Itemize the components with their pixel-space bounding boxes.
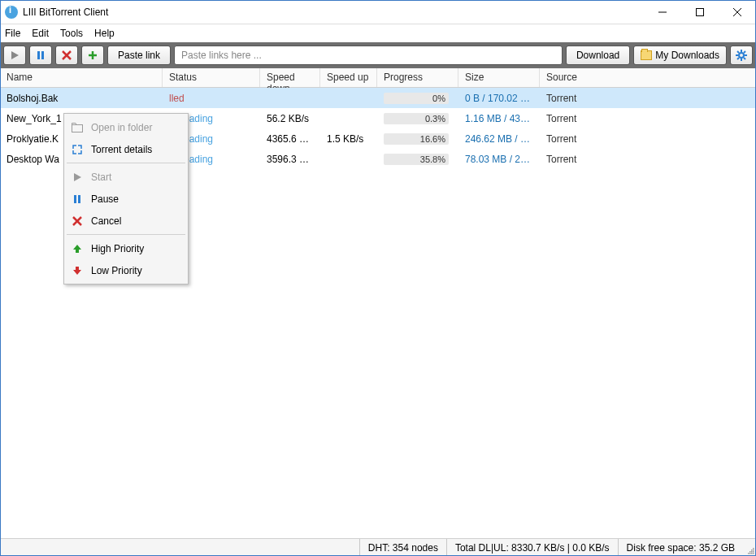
ctx-label: Start (91, 172, 111, 183)
svg-rect-5 (37, 51, 40, 59)
download-button[interactable]: Download (566, 46, 630, 65)
svg-rect-28 (753, 548, 754, 549)
svg-rect-34 (748, 553, 749, 554)
svg-rect-35 (749, 553, 751, 554)
ctx-torrent-details[interactable]: Torrent details (65, 138, 187, 160)
arrow-down-icon (72, 266, 83, 276)
cell-progress: 16.6% (377, 132, 458, 145)
col-size[interactable]: Size (458, 68, 540, 87)
menu-help[interactable]: Help (94, 28, 115, 39)
start-button[interactable] (3, 46, 26, 65)
col-progress[interactable]: Progress (377, 68, 458, 87)
cell-source: Torrent (540, 113, 756, 124)
play-icon (72, 172, 83, 182)
cell-status: lled (163, 93, 260, 104)
svg-rect-33 (753, 551, 754, 553)
cell-progress: 0% (377, 92, 458, 104)
svg-rect-29 (751, 549, 753, 551)
col-speed-up[interactable]: Speed up (320, 68, 377, 87)
expand-icon (72, 145, 83, 154)
menu-edit[interactable]: Edit (32, 28, 49, 39)
separator (67, 163, 185, 163)
menu-file[interactable]: File (5, 28, 20, 39)
svg-line-19 (737, 58, 739, 59)
svg-marker-26 (73, 245, 81, 253)
cell-source: Torrent (540, 133, 756, 145)
cell-progress: 35.8% (377, 153, 458, 165)
paste-link-label: Paste link (118, 50, 160, 61)
add-button[interactable] (81, 46, 104, 65)
maximize-button[interactable] (681, 0, 719, 24)
cancel-icon (72, 216, 83, 226)
cell-name: Bolshoj.Bak (0, 93, 163, 104)
ctx-label: Open in folder (91, 122, 152, 133)
minimize-button[interactable] (644, 0, 681, 24)
toolbar: Paste link Paste links here ... Download… (0, 42, 756, 68)
ctx-open-in-folder[interactable]: Open in folder (65, 116, 187, 138)
cell-size: 246.62 MB / 1.4... (458, 133, 540, 145)
cell-speed-down: 56.2 KB/s (260, 113, 320, 124)
cell-size: 78.03 MB / 218... (458, 154, 540, 165)
col-name[interactable]: Name (0, 68, 163, 87)
statusbar: DHT: 354 nodes Total DL|UL: 8330.7 KB/s … (0, 538, 756, 556)
cancel-button[interactable] (55, 46, 78, 65)
folder-open-icon (72, 123, 83, 132)
ctx-cancel[interactable]: Cancel (65, 210, 187, 232)
svg-marker-4 (11, 51, 19, 59)
cell-speed-down: 4365.6 KB/s (260, 133, 320, 145)
cell-speed-down: 3596.3 KB/s (260, 154, 320, 165)
arrow-up-icon (72, 244, 83, 254)
svg-rect-32 (751, 551, 753, 553)
svg-line-16 (737, 51, 739, 53)
ctx-label: Torrent details (91, 144, 152, 155)
status-disk: Disk free space: 35.2 GB (618, 539, 743, 556)
status-dlul: Total DL|UL: 8330.7 KB/s | 0.0 KB/s (446, 539, 618, 556)
ctx-high-priority[interactable]: High Priority (65, 237, 187, 259)
svg-point-11 (739, 53, 744, 58)
resize-grip[interactable] (743, 539, 756, 556)
ctx-start[interactable]: Start (65, 166, 187, 188)
cell-source: Torrent (540, 154, 756, 165)
ctx-pause[interactable]: Pause (65, 188, 187, 210)
settings-button[interactable] (730, 46, 753, 65)
svg-marker-21 (74, 173, 81, 181)
pause-button[interactable] (29, 46, 52, 65)
ctx-label: Pause (91, 193, 119, 205)
cell-size: 0 B / 170.02 MB (458, 93, 540, 104)
ctx-low-priority[interactable]: Low Priority (65, 259, 187, 281)
my-downloads-label: My Downloads (655, 50, 719, 61)
gear-icon (736, 50, 747, 61)
col-speed-down[interactable]: Speed down (260, 68, 320, 87)
pause-icon (72, 194, 83, 204)
context-menu: Open in folder Torrent details Start Pau… (63, 113, 189, 285)
download-label: Download (576, 50, 619, 61)
ctx-label: High Priority (91, 243, 144, 254)
col-source[interactable]: Source (540, 68, 756, 87)
menubar: File Edit Tools Help (0, 24, 756, 42)
col-status[interactable]: Status (163, 68, 260, 87)
svg-rect-37 (753, 553, 754, 554)
svg-rect-20 (72, 124, 83, 132)
svg-rect-36 (751, 553, 753, 554)
cell-progress: 0.3% (377, 112, 458, 124)
cell-source: Torrent (540, 93, 756, 104)
ctx-label: Low Priority (91, 265, 142, 276)
svg-rect-30 (753, 549, 754, 551)
status-dht: DHT: 354 nodes (359, 539, 446, 556)
titlebar: LIII BitTorrent Client (0, 0, 756, 24)
window-title: LIII BitTorrent Client (23, 7, 644, 18)
menu-tools[interactable]: Tools (60, 28, 83, 39)
table-row[interactable]: Bolshoj.Bak lled 0% 0 B / 170.02 MB Torr… (0, 88, 756, 108)
paste-links-input[interactable]: Paste links here ... (174, 46, 563, 65)
my-downloads-button[interactable]: My Downloads (633, 46, 727, 65)
paste-placeholder: Paste links here ... (181, 50, 262, 61)
svg-rect-6 (41, 51, 44, 59)
table-header: Name Status Speed down Speed up Progress… (0, 68, 756, 88)
close-button[interactable] (719, 0, 756, 24)
ctx-label: Cancel (91, 215, 121, 227)
paste-link-button[interactable]: Paste link (107, 46, 171, 65)
cell-speed-up: 1.5 KB/s (320, 133, 377, 145)
separator (67, 234, 185, 235)
svg-rect-22 (74, 195, 76, 203)
app-icon (5, 6, 18, 19)
